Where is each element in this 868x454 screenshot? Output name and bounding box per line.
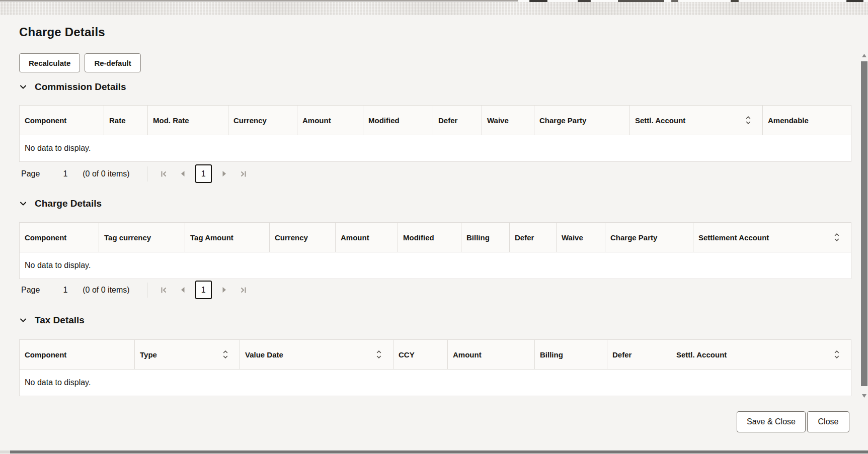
column-header-billing: Billing: [461, 223, 510, 252]
top-edge-artifact: [529, 0, 547, 2]
column-header-label: Amount: [302, 116, 331, 125]
page-title: Charge Details: [19, 25, 105, 39]
commission-table-header-row: ComponentRateMod. RateCurrencyAmountModi…: [20, 106, 851, 135]
tax-table-header-row: ComponentTypeValue DateCCYAmountBillingD…: [20, 340, 851, 370]
column-header-amendable: Amendable: [763, 106, 851, 135]
column-header-label: Component: [25, 350, 66, 359]
top-edge-artifact: [671, 0, 678, 2]
column-header-label: Mod. Rate: [153, 116, 189, 125]
sort-icon: [376, 349, 382, 360]
horizontal-scrollbar-thumb[interactable]: [10, 450, 868, 453]
next-page-icon[interactable]: [222, 287, 227, 293]
top-edge-artifact: [578, 0, 591, 2]
sort-icon: [745, 115, 751, 126]
column-header-label: Currency: [275, 233, 308, 242]
column-header-label: Charge Party: [610, 233, 657, 242]
column-header-label: Billing: [540, 350, 563, 359]
page-label: Page: [21, 169, 40, 178]
column-header-label: Amendable: [768, 116, 809, 125]
previous-page-icon[interactable]: [180, 287, 185, 293]
column-header-label: Charge Party: [539, 116, 586, 125]
empty-table-message: No data to display.: [20, 252, 851, 279]
column-header-settl-account[interactable]: Settl. Account: [630, 106, 763, 135]
redefault-button[interactable]: Re-default: [85, 53, 140, 72]
previous-page-icon[interactable]: [180, 170, 185, 177]
items-count-label: (0 of 0 items): [83, 169, 129, 178]
save-and-close-button[interactable]: Save & Close: [737, 411, 806, 432]
commission-table: ComponentRateMod. RateCurrencyAmountModi…: [19, 105, 851, 162]
column-header-label: Defer: [515, 233, 534, 242]
column-header-modified: Modified: [398, 223, 461, 252]
column-header-component: Component: [20, 223, 99, 252]
column-header-label: Amount: [453, 350, 482, 359]
top-edge-artifact: [846, 0, 863, 2]
section-title: Charge Details: [35, 198, 102, 209]
column-header-label: Modified: [403, 233, 434, 242]
column-header-label: Type: [140, 350, 157, 359]
column-header-label: Modified: [368, 116, 400, 125]
current-page-input[interactable]: 1: [195, 281, 212, 299]
column-header-label: Value Date: [245, 350, 283, 359]
page-label: Page: [21, 286, 40, 295]
column-header-charge-party: Charge Party: [605, 223, 693, 252]
column-header-label: Settl. Account: [635, 116, 685, 125]
column-header-label: CCY: [399, 350, 415, 359]
toolbar: Recalculate Re-default: [19, 53, 141, 72]
close-button[interactable]: Close: [807, 411, 849, 432]
recalculate-button[interactable]: Recalculate: [19, 53, 80, 72]
column-header-waive: Waive: [557, 223, 605, 252]
sort-icon: [834, 349, 840, 360]
next-page-icon[interactable]: [222, 170, 227, 177]
column-header-label: Amount: [341, 233, 369, 242]
horizontal-scrollbar-track: [0, 450, 10, 453]
column-header-currency: Currency: [270, 223, 336, 252]
column-header-label: Billing: [466, 233, 490, 242]
column-header-label: Currency: [233, 116, 267, 125]
column-header-ccy: CCY: [393, 340, 448, 369]
last-page-icon[interactable]: [239, 170, 248, 178]
top-edge-artifact: [731, 0, 739, 2]
pagination-divider: [147, 283, 147, 298]
pagination-divider: [147, 166, 147, 181]
column-header-label: Component: [25, 233, 66, 242]
scroll-up-icon[interactable]: [861, 53, 867, 58]
column-header-settlement-account[interactable]: Settlement Account: [693, 223, 851, 252]
items-count-label: (0 of 0 items): [83, 286, 129, 295]
charge-table: ComponentTag currencyTag AmountCurrencyA…: [19, 222, 851, 279]
charge-table-header-row: ComponentTag currencyTag AmountCurrencyA…: [20, 223, 851, 252]
column-header-settl-account[interactable]: Settl. Account: [671, 340, 851, 369]
column-header-tag-amount: Tag Amount: [185, 223, 270, 252]
top-texture-strip: [0, 2, 868, 15]
commission-pagination: Page 1 (0 of 0 items) 1: [21, 164, 248, 184]
scroll-down-icon[interactable]: [861, 394, 867, 398]
column-header-label: Defer: [612, 350, 632, 359]
first-page-icon[interactable]: [160, 286, 168, 294]
empty-table-message: No data to display.: [20, 370, 851, 396]
column-header-amount: Amount: [448, 340, 535, 369]
column-header-value-date[interactable]: Value Date: [240, 340, 393, 369]
column-header-amount: Amount: [336, 223, 398, 252]
section-header-commission-details[interactable]: Commission Details: [19, 79, 126, 95]
column-header-label: Waive: [487, 116, 509, 125]
column-header-billing: Billing: [535, 340, 607, 369]
column-header-charge-party: Charge Party: [534, 106, 630, 135]
section-header-tax-details[interactable]: Tax Details: [19, 313, 85, 328]
page-number: 1: [63, 169, 67, 178]
section-title: Commission Details: [35, 81, 126, 93]
column-header-label: Component: [25, 116, 66, 125]
first-page-icon[interactable]: [160, 170, 168, 178]
column-header-defer: Defer: [607, 340, 671, 369]
top-edge-artifact: [618, 0, 664, 2]
last-page-icon[interactable]: [239, 286, 248, 294]
chevron-down-icon: [19, 316, 27, 324]
column-header-component: Component: [20, 106, 104, 135]
column-header-defer: Defer: [510, 223, 557, 252]
section-header-charge-details[interactable]: Charge Details: [19, 196, 102, 211]
column-header-label: Tag currency: [104, 233, 151, 242]
column-header-type[interactable]: Type: [135, 340, 240, 369]
current-page-input[interactable]: 1: [195, 164, 212, 183]
column-header-tag-currency: Tag currency: [99, 223, 185, 252]
column-header-label: Rate: [109, 116, 126, 125]
sort-icon: [222, 349, 228, 360]
vertical-scrollbar-thumb[interactable]: [861, 61, 867, 386]
